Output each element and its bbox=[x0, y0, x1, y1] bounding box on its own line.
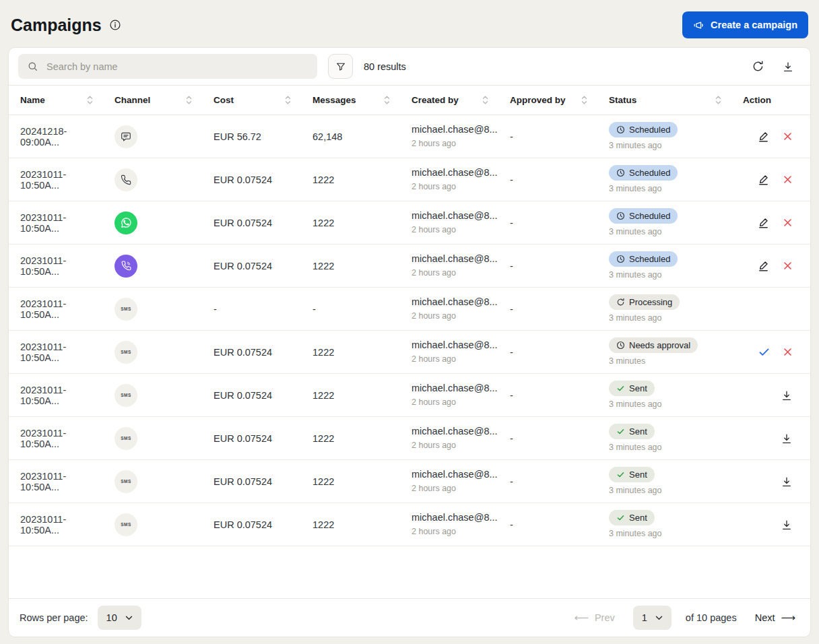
download-action-icon[interactable] bbox=[781, 476, 793, 488]
download-action-icon[interactable] bbox=[781, 519, 793, 531]
download-action-icon[interactable] bbox=[781, 432, 793, 445]
edit-action-icon[interactable] bbox=[757, 216, 770, 229]
created-by-email: michael.chase@8... bbox=[412, 383, 496, 394]
rows-per-page-select[interactable]: 10 bbox=[98, 606, 141, 630]
created-ago: 2 hours ago bbox=[412, 441, 496, 451]
cell-action bbox=[736, 503, 810, 546]
created-ago: 2 hours ago bbox=[412, 268, 496, 278]
cell-action bbox=[736, 460, 810, 503]
cell-name: 20231011-10:50A... bbox=[9, 288, 108, 331]
created-by-email: michael.chase@8... bbox=[412, 296, 496, 308]
created-ago: 2 hours ago bbox=[412, 182, 496, 192]
search-box[interactable] bbox=[18, 54, 317, 79]
page-select[interactable]: 1 bbox=[633, 606, 671, 630]
created-ago: 2 hours ago bbox=[412, 397, 496, 408]
chevron-down-icon bbox=[655, 616, 663, 620]
status-time: 3 minutes ago bbox=[609, 313, 729, 323]
status-time: 3 minutes ago bbox=[609, 486, 729, 496]
create-campaign-label: Create a campaign bbox=[711, 20, 797, 30]
cell-action bbox=[736, 245, 810, 288]
cell-approved-by: - bbox=[503, 417, 602, 460]
cell-messages: 1222 bbox=[306, 245, 405, 288]
title-wrap: Campaigns bbox=[11, 15, 121, 35]
cell-action bbox=[736, 288, 810, 331]
pages-count-label: of 10 pages bbox=[686, 612, 737, 623]
campaign-name: 20231011-10:50A... bbox=[20, 169, 66, 191]
edit-action-icon[interactable] bbox=[757, 259, 770, 272]
sms-channel-icon: SMS bbox=[114, 513, 137, 536]
cell-channel bbox=[108, 201, 207, 245]
column-header-action: Action bbox=[736, 86, 810, 115]
delete-action-icon[interactable] bbox=[783, 218, 793, 228]
table-head: NameChannelCostMessagesCreated byApprove… bbox=[9, 86, 810, 115]
sort-icon[interactable] bbox=[384, 96, 390, 104]
table-row: 20231011-10:50A...SMSEUR 0.075241222mich… bbox=[9, 331, 810, 374]
sort-icon[interactable] bbox=[87, 96, 93, 104]
edit-action-icon[interactable] bbox=[757, 173, 770, 186]
campaign-name: 20231011-10:50A... bbox=[20, 471, 66, 492]
created-by-email: michael.chase@8... bbox=[412, 253, 496, 265]
status-label: Scheduled bbox=[629, 168, 670, 178]
refresh-button[interactable] bbox=[752, 60, 764, 73]
create-campaign-button[interactable]: Create a campaign bbox=[682, 11, 808, 38]
status-label: Scheduled bbox=[629, 254, 670, 264]
column-header-status[interactable]: Status bbox=[602, 86, 736, 115]
column-header-channel[interactable]: Channel bbox=[108, 86, 207, 115]
campaign-name: 20231011-10:50A... bbox=[20, 428, 66, 449]
column-header-name[interactable]: Name bbox=[9, 86, 108, 115]
created-ago: 2 hours ago bbox=[412, 354, 496, 364]
column-header-messages[interactable]: Messages bbox=[306, 86, 405, 115]
cell-action bbox=[736, 158, 810, 201]
column-header-cost[interactable]: Cost bbox=[207, 86, 306, 115]
delete-action-icon[interactable] bbox=[783, 174, 793, 185]
whatsapp-channel-icon bbox=[114, 212, 137, 234]
search-input[interactable] bbox=[45, 61, 308, 73]
row-actions bbox=[743, 476, 804, 488]
delete-action-icon[interactable] bbox=[783, 131, 793, 141]
status-time: 3 minutes ago bbox=[609, 443, 729, 453]
table-row: 20231011-10:50A...EUR 0.075241222michael… bbox=[9, 245, 810, 288]
sms-label: SMS bbox=[121, 436, 131, 441]
status-time: 3 minutes ago bbox=[609, 399, 729, 410]
next-button[interactable]: Next ⟶ bbox=[751, 611, 799, 624]
page-header: Campaigns Create a campaign bbox=[8, 8, 811, 47]
cell-approved-by: - bbox=[503, 201, 602, 245]
delete-action-icon[interactable] bbox=[783, 347, 793, 357]
sort-icon[interactable] bbox=[186, 96, 192, 104]
status-time: 3 minutes ago bbox=[609, 184, 729, 194]
sms-label: SMS bbox=[121, 522, 131, 527]
refresh-icon bbox=[752, 60, 764, 73]
sort-icon[interactable] bbox=[581, 96, 587, 104]
prev-button[interactable]: ⟵ Prev bbox=[570, 611, 618, 624]
cell-channel: SMS bbox=[108, 288, 207, 331]
column-header-approved-by[interactable]: Approved by bbox=[503, 86, 602, 115]
delete-action-icon[interactable] bbox=[783, 261, 793, 271]
sort-icon[interactable] bbox=[482, 96, 488, 104]
column-header-created-by[interactable]: Created by bbox=[405, 86, 503, 115]
campaign-name: 20231011-10:50A... bbox=[20, 298, 66, 320]
chevron-down-icon bbox=[125, 616, 133, 620]
cell-channel: SMS bbox=[108, 374, 207, 417]
arrow-right-icon: ⟶ bbox=[781, 612, 795, 624]
download-button[interactable] bbox=[782, 61, 794, 73]
status-label: Sent bbox=[629, 513, 647, 523]
approve-action-icon[interactable] bbox=[758, 346, 770, 358]
campaign-name: 20231011-10:50A... bbox=[20, 514, 66, 536]
filter-button[interactable] bbox=[328, 54, 353, 79]
info-icon[interactable] bbox=[109, 19, 121, 31]
sort-icon[interactable] bbox=[285, 96, 291, 104]
row-actions bbox=[743, 346, 804, 358]
created-by-email: michael.chase@8... bbox=[412, 124, 496, 135]
row-actions bbox=[743, 432, 804, 445]
cell-created-by: michael.chase@8...2 hours ago bbox=[405, 158, 503, 201]
sort-icon[interactable] bbox=[715, 96, 721, 104]
cell-status: Sent3 minutes ago bbox=[602, 417, 736, 460]
sms-label: SMS bbox=[121, 393, 131, 397]
download-action-icon[interactable] bbox=[781, 389, 793, 401]
edit-action-icon[interactable] bbox=[757, 130, 770, 143]
cell-status: Scheduled3 minutes ago bbox=[602, 158, 736, 201]
sms-channel-icon: SMS bbox=[114, 298, 137, 321]
column-label: Channel bbox=[114, 95, 150, 105]
cell-channel: SMS bbox=[108, 503, 207, 546]
page-value: 1 bbox=[642, 612, 647, 623]
